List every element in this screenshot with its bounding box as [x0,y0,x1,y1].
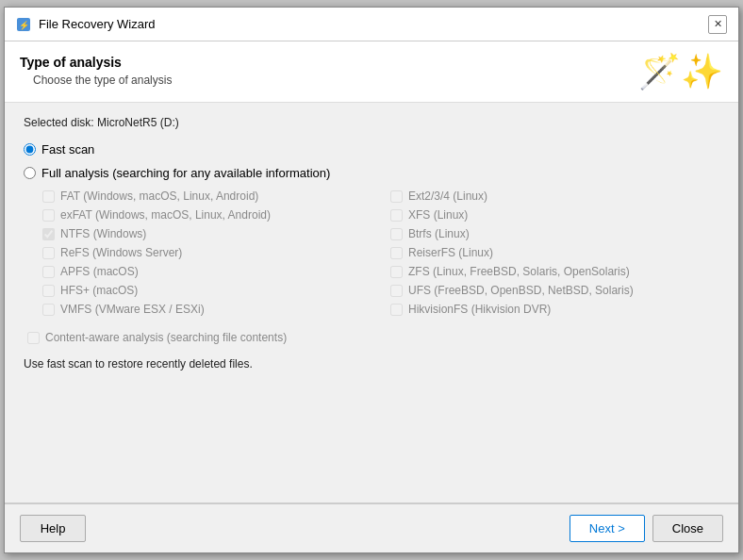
btrfs-checkbox[interactable] [390,228,403,240]
hikvision-option[interactable]: HikvisionFS (Hikvision DVR) [390,303,719,316]
titlebar-left: ⚡ File Recovery Wizard [16,17,156,32]
content-aware-label[interactable]: Content-aware analysis (searching file c… [45,331,287,344]
zfs-option[interactable]: ZFS (Linux, FreeBSD, Solaris, OpenSolari… [390,265,719,278]
ntfs-checkbox[interactable] [42,228,55,240]
reiserfs-checkbox[interactable] [390,247,403,259]
vmfs-label: VMFS (VMware ESX / ESXi) [60,303,205,316]
hikvision-label: HikvisionFS (Hikvision DVR) [408,303,551,316]
fat-checkbox[interactable] [42,190,55,203]
next-button[interactable]: Next > [570,515,645,542]
fast-scan-label[interactable]: Fast scan [41,142,94,156]
page-title: Type of analysis [20,55,172,70]
ufs-option[interactable]: UFS (FreeBSD, OpenBSD, NetBSD, Solaris) [390,284,719,297]
refs-label: ReFS (Windows Server) [60,246,182,259]
vmfs-checkbox[interactable] [42,304,55,316]
ext234-option[interactable]: Ext2/3/4 (Linux) [390,189,719,203]
fat-option[interactable]: FAT (Windows, macOS, Linux, Android) [42,189,372,203]
exfat-checkbox[interactable] [42,209,55,222]
ufs-checkbox[interactable] [390,285,403,297]
ntfs-label: NTFS (Windows) [60,227,146,240]
page-subtitle: Choose the type of analysis [33,74,172,87]
hfsplus-checkbox[interactable] [42,285,55,297]
zfs-checkbox[interactable] [390,266,403,278]
hikvision-checkbox[interactable] [390,304,403,316]
content-area: Selected disk: MicroNetR5 (D:) Fast scan… [5,103,738,502]
filesystem-grid: FAT (Windows, macOS, Linux, Android) Ext… [42,189,719,316]
wizard-icon: 🪄✨ [638,55,723,89]
dialog: ⚡ File Recovery Wizard ✕ Type of analysi… [4,7,739,553]
ext234-label: Ext2/3/4 (Linux) [408,189,487,203]
vmfs-option[interactable]: VMFS (VMware ESX / ESXi) [42,303,372,316]
xfs-checkbox[interactable] [390,209,403,222]
zfs-label: ZFS (Linux, FreeBSD, Solaris, OpenSolari… [408,265,630,278]
exfat-option[interactable]: exFAT (Windows, macOS, Linux, Android) [42,208,372,222]
header-section: Type of analysis Choose the type of anal… [5,41,738,103]
dialog-title: File Recovery Wizard [39,17,156,31]
full-analysis-option[interactable]: Full analysis (searching for any availab… [24,166,719,180]
close-window-button[interactable]: ✕ [708,15,727,34]
xfs-label: XFS (Linux) [408,208,468,222]
btrfs-label: Btrfs (Linux) [408,227,470,240]
content-aware-option[interactable]: Content-aware analysis (searching file c… [27,331,719,344]
full-analysis-radio[interactable] [24,167,36,179]
full-analysis-label[interactable]: Full analysis (searching for any availab… [41,166,330,180]
titlebar: ⚡ File Recovery Wizard ✕ [5,8,738,41]
hfsplus-label: HFS+ (macOS) [60,284,138,297]
close-button[interactable]: Close [652,515,723,542]
reiserfs-option[interactable]: ReiserFS (Linux) [390,246,719,259]
help-button[interactable]: Help [20,515,86,542]
refs-checkbox[interactable] [42,247,55,259]
apfs-checkbox[interactable] [42,266,55,278]
hfsplus-option[interactable]: HFS+ (macOS) [42,284,372,297]
svg-text:⚡: ⚡ [19,20,30,31]
ntfs-option[interactable]: NTFS (Windows) [42,227,372,240]
ext234-checkbox[interactable] [390,190,403,203]
footer-actions: Next > Close [570,515,723,542]
apfs-option[interactable]: APFS (macOS) [42,265,372,278]
reiserfs-label: ReiserFS (Linux) [408,246,493,259]
fast-scan-radio[interactable] [24,143,36,156]
app-icon: ⚡ [16,17,31,32]
content-aware-checkbox[interactable] [27,332,40,344]
selected-disk-label: Selected disk: MicroNetR5 (D:) [24,116,719,129]
btrfs-option[interactable]: Btrfs (Linux) [390,227,719,240]
hint-text: Use fast scan to restore recently delete… [24,357,719,371]
refs-option[interactable]: ReFS (Windows Server) [42,246,372,259]
xfs-option[interactable]: XFS (Linux) [390,208,719,222]
footer: Help Next > Close [5,503,738,552]
exfat-label: exFAT (Windows, macOS, Linux, Android) [60,208,271,222]
ufs-label: UFS (FreeBSD, OpenBSD, NetBSD, Solaris) [408,284,634,297]
apfs-label: APFS (macOS) [60,265,139,278]
fast-scan-option[interactable]: Fast scan [24,142,719,156]
fat-label: FAT (Windows, macOS, Linux, Android) [60,189,258,203]
header-text: Type of analysis Choose the type of anal… [20,55,172,87]
